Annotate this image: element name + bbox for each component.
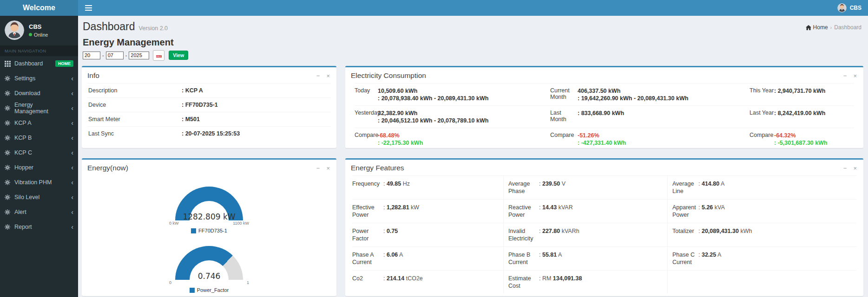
year-input[interactable]	[129, 52, 149, 59]
electricity-consumption-box: Electricity Consumption − × Today 10,509…	[345, 66, 863, 148]
feature-reactive-power: Reactive Power : 14.43 kVAR	[504, 200, 668, 223]
consumption-last-month: Last Month : 833,668.90 kWh	[550, 110, 750, 124]
feature-totalizer: Totalizer : 20,089,431.30 kWh	[668, 223, 856, 246]
chevron-left-icon: ‹	[71, 164, 73, 171]
consumption-this-year: This Year : 2,940,731.70 kWh	[750, 87, 854, 102]
legend-swatch	[190, 288, 195, 293]
collapse-icon[interactable]: −	[842, 72, 848, 80]
gauge-max-label: 1100 kW	[233, 221, 249, 226]
energy-features-title: Energy Features	[351, 164, 404, 172]
table-row: Description : KCP A	[87, 83, 331, 97]
grid-icon	[5, 61, 11, 67]
electricity-consumption-title: Electricity Consumption	[351, 71, 426, 80]
consumption-table: Today 10,509.60 kWh: 20,078,938.40 kWh -…	[345, 83, 863, 150]
close-icon[interactable]: ×	[852, 164, 858, 172]
sidebar-section-label: MAIN NAVIGATION	[0, 45, 78, 56]
info-table: Description : KCP A Device : FF70D735-1 …	[82, 83, 336, 141]
sidebar-item-vibration-phm[interactable]: Vibration PHM ‹	[0, 175, 78, 190]
sidebar-item-energy-management[interactable]: Energy Management ‹	[0, 101, 78, 116]
navbar-body: CBS	[78, 0, 868, 16]
gears-icon	[5, 165, 11, 171]
consumption-compare-year: Compare -64.32%: -5,301,687.30 kWh	[750, 132, 854, 147]
sidebar-item-hopper[interactable]: Hopper ‹	[0, 160, 78, 175]
sidebar-user-panel: CBS Online	[0, 16, 78, 45]
chevron-left-icon: ‹	[71, 75, 73, 82]
collapse-icon[interactable]: −	[842, 164, 848, 172]
user-avatar-icon	[837, 3, 847, 13]
gears-icon	[5, 209, 11, 215]
gears-icon	[5, 90, 11, 97]
chevron-left-icon: ‹	[71, 90, 73, 97]
feature-average-phase: Average Phase : 239.50 V	[504, 176, 668, 199]
energy-now-box: Energy(now) − × 1282.809 kW 0 kW 1100 kW	[82, 158, 336, 296]
gears-icon	[5, 135, 11, 141]
consumption-compare-month: Compare -51.26%: -427,331.40 kWh	[550, 132, 750, 147]
feature-phase-b-current: Phase B Current : 55.81 A	[504, 247, 668, 270]
consumption-current-month: Current Month 406,337.50 kWh: 19,642,260…	[550, 87, 750, 102]
month-input[interactable]	[106, 52, 124, 59]
navbar-user-menu[interactable]: CBS	[831, 0, 868, 16]
collapse-icon[interactable]: −	[316, 72, 321, 80]
navbar-username: CBS	[850, 5, 861, 11]
feature-co2: Co2 : 214.14 tCO2e	[352, 271, 504, 294]
sidebar-item-report[interactable]: Report ‹	[0, 220, 78, 234]
feature-frequency: Frequency : 49.85 Hz	[352, 176, 504, 199]
feature-power-factor: Power Factor : 0.75	[352, 223, 504, 246]
feature-invalid-electricity: Invalid Electricity : 227.80 kVARh	[504, 223, 668, 246]
chevron-left-icon: ‹	[71, 120, 73, 126]
sidebar-user-name: CBS	[29, 23, 48, 30]
sidebar-toggle-button[interactable]	[78, 0, 99, 16]
consumption-compare-day: Compare -68.48%: -22,175.30 kWh	[355, 132, 550, 147]
legend-swatch	[191, 228, 196, 233]
gauge-chart: 1282.809 kW	[175, 187, 243, 220]
consumption-last-year: Last Year : 8,242,419.00 kWh	[750, 110, 854, 124]
close-icon[interactable]: ×	[852, 72, 858, 80]
gauge-value: 1282.809 kW	[183, 212, 235, 220]
gauge-value: 0.746	[198, 271, 221, 280]
main-content: DashboardVersion 2.0 Home › Dashboard En…	[78, 16, 868, 297]
sidebar-item-kcp-c[interactable]: KCP C ‹	[0, 145, 78, 160]
gauge-max-label: 1	[247, 280, 249, 285]
sidebar-item-download[interactable]: Download ‹	[0, 86, 78, 101]
gears-icon	[5, 76, 11, 82]
collapse-icon[interactable]: −	[316, 164, 321, 172]
sidebar-item-settings[interactable]: Settings ‹	[0, 71, 78, 86]
table-row: Last Sync : 20-07-2025 15:25:53	[87, 126, 331, 141]
gears-icon	[5, 224, 11, 230]
chevron-left-icon: ‹	[71, 105, 73, 111]
view-button[interactable]: View	[169, 51, 188, 60]
feature-estimate-cost: Estimate Cost : RM 134,091.38	[504, 271, 668, 294]
date-filter: - - JULY 20 View	[83, 50, 862, 61]
chevron-left-icon: ‹	[71, 179, 73, 186]
sidebar-item-kcp-b[interactable]: KCP B ‹	[0, 130, 78, 145]
consumption-today: Today 10,509.60 kWh: 20,078,938.40 kWh -…	[355, 87, 550, 102]
power-factor-gauge: 0.746 0 1 Power_Factor	[82, 246, 336, 293]
table-row: Co2 : 214.14 tCO2e Estimate Cost : RM 13…	[352, 270, 856, 294]
table-row: Power Factor : 0.75 Invalid Electricity …	[352, 223, 856, 246]
feature-apparent-power: Apparent Power : 5.26 kVA	[668, 200, 856, 223]
gauge-min-label: 0	[169, 280, 171, 285]
chevron-left-icon: ‹	[71, 149, 73, 156]
online-status-icon	[29, 33, 32, 36]
sidebar-nav: Dashboard HOME Settings ‹ Download ‹ Ene…	[0, 56, 78, 234]
day-input[interactable]	[83, 52, 100, 59]
breadcrumb-separator: ›	[830, 25, 832, 30]
calendar-datepicker-icon[interactable]: JULY 20	[153, 50, 164, 61]
sidebar-item-alert[interactable]: Alert ‹	[0, 205, 78, 220]
sidebar: CBS Online MAIN NAVIGATION Dashboard HOM…	[0, 16, 78, 297]
feature-phase-c-current: Phase C Current : 32.25 A	[668, 247, 856, 270]
close-icon[interactable]: ×	[325, 164, 331, 172]
brand-logo[interactable]: Welcome	[0, 0, 78, 16]
sidebar-item-kcp-a[interactable]: KCP A ‹	[0, 116, 78, 130]
gears-icon	[5, 194, 11, 200]
page-title: DashboardVersion 2.0	[83, 20, 862, 33]
info-box-title: Info	[87, 71, 99, 80]
breadcrumb-home-link[interactable]: Home	[806, 24, 828, 31]
sidebar-item-silo-level[interactable]: Silo Level ‹	[0, 190, 78, 205]
power-gauge: 1282.809 kW 0 kW 1100 kW FF70D735-1	[82, 187, 336, 233]
table-row: Device : FF70D735-1	[87, 97, 331, 112]
close-icon[interactable]: ×	[325, 72, 331, 80]
sidebar-user-status[interactable]: Online	[29, 32, 48, 38]
feature-effective-power: Effective Power : 1,282.81 kW	[352, 200, 504, 223]
sidebar-item-dashboard[interactable]: Dashboard HOME	[0, 56, 78, 71]
